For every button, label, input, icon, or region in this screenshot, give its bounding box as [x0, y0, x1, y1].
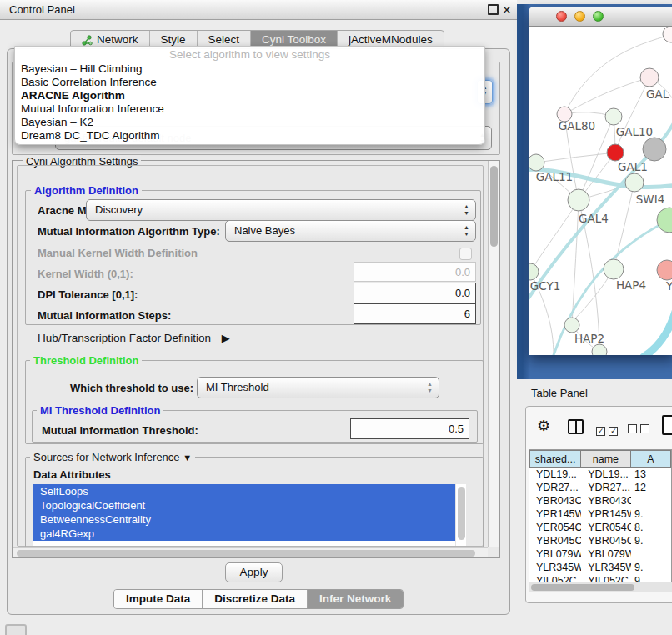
data-attributes-list[interactable]: SelfLoopsTopologicalCoefficientBetweenne…: [33, 484, 455, 546]
algorithm-option[interactable]: Mutual Information Inference: [15, 102, 484, 116]
table-row[interactable]: YDL19...YDL19...13: [529, 468, 671, 481]
attribute-item[interactable]: SelfLoops: [33, 484, 455, 498]
table-cell: YLR345W: [529, 561, 581, 574]
collapse-down-icon: ▼: [183, 452, 192, 462]
network-view[interactable]: GALGAL80GAL10GAL1GAL11SWI4GAL4GCY1HAP4YH…: [529, 27, 672, 355]
tab-infer-network[interactable]: Infer Network: [307, 590, 403, 608]
attributes-scrollbar-thumb[interactable]: [458, 487, 465, 540]
table-cell: YPR145W: [529, 508, 581, 521]
node-hap2-label: HAP2: [574, 332, 604, 345]
checked-boxes-icon[interactable]: ✓ ✓: [596, 422, 618, 437]
node-hap2[interactable]: [564, 318, 579, 332]
aracne-mode-combo[interactable]: Discovery ▲▼: [86, 199, 476, 221]
table-cell: YBR043C: [529, 494, 581, 508]
table-hscrollbar-thumb[interactable]: [531, 584, 634, 591]
table-column-header[interactable]: shared...: [529, 450, 581, 468]
table-cell: YBL079W: [581, 548, 631, 561]
algorithm-option[interactable]: Basic Correlation Inference: [15, 76, 484, 89]
table-row[interactable]: YBL079WYBL079W: [529, 548, 671, 561]
apply-button[interactable]: Apply: [225, 562, 283, 582]
table-cell: 9.: [631, 561, 671, 574]
tab-discretize-data[interactable]: Discretize Data: [202, 590, 307, 608]
unchecked-boxes-icon[interactable]: [628, 422, 649, 437]
table-cell: YBL079W: [529, 548, 581, 561]
which-threshold-combo[interactable]: MI Threshold ▲▼: [197, 377, 439, 398]
attribute-item[interactable]: BetweennessCentrality: [33, 512, 455, 527]
which-threshold-label: Which threshold to use:: [70, 382, 193, 394]
table-row[interactable]: YDR27...YDR27...12: [529, 481, 671, 494]
algorithm-option[interactable]: Dream8 DC_TDC Algorithm: [15, 129, 484, 142]
attributes-scrollbar[interactable]: [455, 484, 466, 546]
kernel-width-field[interactable]: 0.0: [354, 262, 476, 282]
node-gal1[interactable]: [607, 144, 624, 161]
attribute-item[interactable]: TopologicalCoefficient: [33, 498, 455, 512]
table-row[interactable]: YBR045CYBR045C9.: [529, 534, 671, 548]
minimize-traffic-light-icon[interactable]: [574, 11, 585, 22]
node-gal-cut[interactable]: [640, 68, 659, 87]
table-row[interactable]: YER054CYER054C8.: [529, 521, 671, 534]
algorithm-option[interactable]: Bayesian – K2: [15, 116, 484, 129]
table-cell: [631, 494, 671, 508]
algorithm-option[interactable]: Bayesian – Hill Climbing: [15, 62, 484, 76]
mi-type-combo[interactable]: Naive Bayes ▲▼: [225, 220, 476, 242]
data-attributes-label: Data Attributes: [33, 468, 111, 481]
dpi-tolerance-label: DPI Tolerance [0,1]:: [38, 288, 138, 301]
close-icon[interactable]: ✕: [502, 4, 512, 16]
network-window[interactable]: GALGAL80GAL10GAL1GAL11SWI4GAL4GCY1HAP4YH…: [529, 7, 672, 354]
mi-type-label: Mutual Information Algorithm Type:: [38, 225, 220, 238]
table-row[interactable]: YPR145WYPR145W9.: [529, 508, 671, 521]
table-hscrollbar[interactable]: [529, 582, 672, 592]
table-row[interactable]: YLR345WYLR345W9.: [529, 561, 671, 574]
node-swi4-label: SWI4: [636, 192, 665, 206]
table-row[interactable]: YBR043CYBR043C: [529, 494, 671, 508]
node-swi4[interactable]: [625, 173, 644, 192]
split-columns-icon[interactable]: [568, 419, 584, 434]
table-body: YDL19...YDL19...13YDR27...YDR27...12YBR0…: [529, 468, 671, 588]
gear-icon[interactable]: ⚙: [537, 417, 550, 435]
network-window-titlebar[interactable]: [529, 7, 672, 27]
settings-vscrollbar[interactable]: [488, 161, 499, 548]
settings-hscrollbar[interactable]: [13, 548, 488, 558]
table-column-header[interactable]: name: [581, 450, 631, 468]
hub-definition-expander[interactable]: Hub/Transcription Factor Definition ▶: [38, 332, 230, 344]
dpi-tolerance-field[interactable]: 0.0: [354, 282, 476, 303]
node-gal11[interactable]: [529, 154, 544, 171]
sources-group-title[interactable]: Sources for Network Inference ▼: [30, 451, 195, 463]
table-column-header[interactable]: A: [631, 450, 671, 468]
combo-arrows-icon: ▲▼: [464, 224, 469, 238]
network-nodes: GALGAL80GAL10GAL1GAL11SWI4GAL4GCY1HAP4YH…: [529, 27, 672, 355]
manual-kernel-label: Manual Kernel Width Definition: [38, 247, 198, 259]
dropdown-placeholder: Select algorithm to view settings: [15, 47, 484, 62]
node-green-right[interactable]: [657, 208, 672, 232]
node-hap4[interactable]: [604, 259, 624, 279]
node-gal80-label: GAL80: [559, 119, 595, 132]
mi-threshold-field[interactable]: 0.5: [350, 418, 469, 439]
node-gcy1[interactable]: [529, 263, 539, 280]
node-gal4[interactable]: [568, 189, 589, 211]
node-table: shared...nameA YDL19...YDL19...13YDR27..…: [529, 449, 672, 592]
mi-steps-label: Mutual Information Steps:: [38, 309, 171, 322]
node-gcy1-label: GCY1: [530, 279, 561, 292]
manual-kernel-checkbox[interactable]: [459, 248, 472, 260]
mi-steps-field[interactable]: 6: [354, 303, 476, 324]
settings-hscrollbar-thumb[interactable]: [17, 550, 475, 557]
algorithm-options: Bayesian – Hill ClimbingBasic Correlatio…: [15, 62, 484, 142]
tab-impute-data[interactable]: Impute Data: [114, 590, 202, 608]
float-window-icon[interactable]: [488, 4, 499, 15]
settings-vscrollbar-thumb[interactable]: [490, 166, 498, 247]
docked-panel-icon[interactable]: [5, 624, 27, 635]
zoom-traffic-light-icon[interactable]: [593, 11, 604, 22]
node-gal10[interactable]: [605, 108, 622, 125]
network-graph: GALGAL80GAL10GAL1GAL11SWI4GAL4GCY1HAP4YH…: [529, 27, 672, 355]
table-cell: YBR043C: [581, 494, 631, 508]
attribute-item[interactable]: gal4RGexp: [33, 527, 455, 541]
node-top-right[interactable]: [663, 27, 672, 42]
node-salmon[interactable]: [657, 260, 672, 280]
node-gray[interactable]: [643, 138, 666, 161]
algorithm-option[interactable]: ARACNE Algorithm: [15, 89, 484, 102]
close-traffic-light-icon[interactable]: [556, 11, 567, 22]
document-icon[interactable]: [662, 415, 672, 435]
node-gal4-label: GAL4: [579, 212, 609, 225]
node-bottom[interactable]: [592, 344, 607, 355]
mi-threshold-title: MI Threshold Definition: [37, 404, 163, 417]
